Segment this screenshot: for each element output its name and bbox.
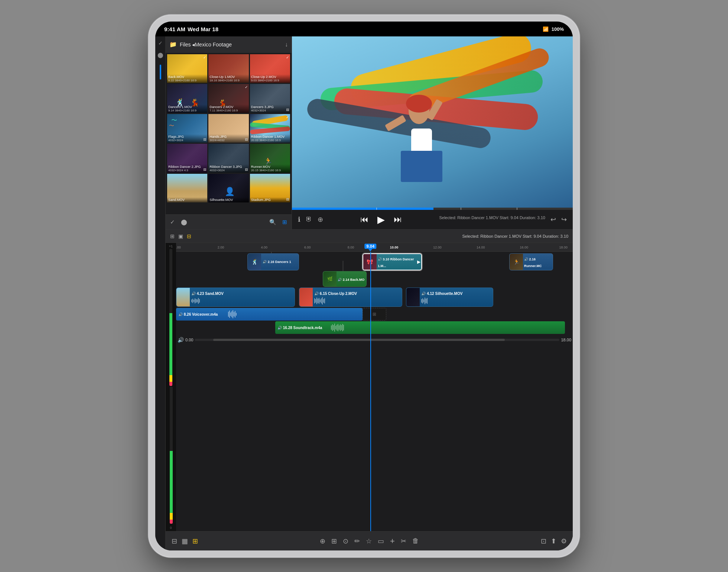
media-item-ribbon1[interactable]: Ribbon Dancer 1.MOV 20.03 3840×2160 16:9… xyxy=(250,114,290,143)
bottom-toolbar-center: ⊕ ⊞ ⊙ ✏ ☆ ▭ + ✂ 🗑 xyxy=(320,536,419,546)
audio-gap: ⊞ xyxy=(363,308,386,321)
download-icon[interactable]: ↓ xyxy=(285,41,288,48)
audio-gap-icon: ⊞ xyxy=(373,312,376,317)
browser-bottom-icons: ✓ ⬤ xyxy=(170,219,187,225)
clip-voiceover[interactable]: 🔊 8.26 Voiceover.m4a xyxy=(176,308,363,321)
info-icon[interactable]: ℹ xyxy=(298,215,300,224)
sidebar-icon-1[interactable]: ✓ xyxy=(157,39,164,47)
back-connector xyxy=(343,261,343,271)
meter-label-zero: 0 xyxy=(170,526,172,530)
skip-forward-icon[interactable]: ⏭ xyxy=(394,215,402,224)
share-icon[interactable]: ⬆ xyxy=(551,537,556,545)
primary-clips: 🔊 4.23 Sand.MOV xyxy=(176,287,573,307)
media-item-dancers1[interactable]: 🕺 💃 Dancers 1.MOV 9.14 3840×2160 16:9 xyxy=(167,84,207,113)
secondary-clips: 🌿 🔊 2.14 Back.MO xyxy=(176,271,573,287)
closeup2-waveform xyxy=(314,297,400,305)
timeline-icon[interactable]: ▦ xyxy=(182,537,188,545)
clip-ribbon-dancer[interactable]: 🎀 🔊 3.10 Ribbon Dancer 1.M... ▶ xyxy=(363,253,422,270)
shield-icon[interactable]: ⛨ xyxy=(306,215,312,224)
link-icon[interactable]: ⊙ xyxy=(343,537,348,545)
soundtrack-clips: 🔊 16.28 Soundtrack.m4a xyxy=(176,321,573,334)
cut-icon[interactable]: ✂ xyxy=(401,537,406,545)
transform-icon[interactable]: ⊕ xyxy=(318,215,323,224)
clip-icon[interactable]: ▣ xyxy=(178,233,183,239)
sand-clip-label: 🔊 4.23 Sand.MOV xyxy=(191,292,224,296)
clip-runner[interactable]: 🏃 🔊 2.16 Runner.MC xyxy=(509,253,553,270)
playhead-line xyxy=(370,252,371,531)
ribbon-connector xyxy=(390,252,391,253)
track-area: 0.00 2.00 4.00 6.00 8.00 10.00 12.00 14.… xyxy=(176,243,573,531)
clip-silhouette[interactable]: 🔊 4.12 Silhouette.MOV xyxy=(406,287,493,307)
clip-dancers[interactable]: 🕺 🔊 2.16 Dancers 1 xyxy=(247,253,299,270)
timeline-scrollbar[interactable] xyxy=(195,339,559,341)
closeup2-clip-info: 🔊 6.15 Close-Up 2.MOV xyxy=(313,289,402,305)
media-item-flags[interactable]: 〜 〜 Flags.JPG 4032×3024 🖼 xyxy=(167,114,207,143)
ruler-18: 18.00 xyxy=(559,246,568,249)
skip-back-icon[interactable]: ⏮ xyxy=(360,215,368,224)
pen-icon[interactable]: ✏ xyxy=(354,537,360,545)
media-item-hands[interactable]: Hands.JPG 3024×4032 🖼 xyxy=(208,114,248,143)
voiceover-track: 🔊 8.26 Voiceover.m4a xyxy=(176,308,573,321)
export-frame-icon[interactable]: ⊡ xyxy=(541,537,546,545)
add-audio-icon[interactable]: ⊞ xyxy=(331,537,337,545)
magic-icon[interactable]: ⊞ xyxy=(192,537,198,545)
voiceover-label: 🔊 8.26 Voiceover.m4a xyxy=(178,312,218,316)
clip-back[interactable]: 🌿 🔊 2.14 Back.MO xyxy=(323,271,366,287)
folder-icon: 📁 xyxy=(169,41,177,48)
volume-icon[interactable]: 🔊 xyxy=(178,337,184,343)
collapse-icon[interactable]: ⊞ xyxy=(170,233,175,239)
settings-icon[interactable]: ⚙ xyxy=(561,537,567,545)
media-item-dancers2[interactable]: 💃 Dancers 2.MOV 7.11 3840×2160 16:9 ✓ xyxy=(208,84,248,113)
browser-search-icon: 🔍 ⊞ xyxy=(269,219,287,225)
timeline-scroll-row: 🔊 0.00 18.00 xyxy=(176,335,573,344)
ruler-14: 14.00 xyxy=(477,246,485,249)
back-clip-info: 🔊 2.14 Back.MO xyxy=(337,275,365,283)
preview-scrubber[interactable] xyxy=(292,208,573,210)
media-item-dancers3[interactable]: Dancers 3.JPG 4032×3024 🖼 xyxy=(250,84,290,113)
checkmark-icon[interactable]: ✓ xyxy=(170,219,175,225)
ruler-12: 12.00 xyxy=(433,246,442,249)
timecode-display: 9.04 xyxy=(365,244,376,249)
meter-label-plus: +1 xyxy=(169,244,173,248)
meter-bar-2 xyxy=(170,387,173,524)
circle-icon[interactable]: ⬤ xyxy=(181,219,187,225)
dancer-figure xyxy=(390,93,442,182)
comment-icon[interactable]: ▭ xyxy=(378,537,384,545)
clip-sand[interactable]: 🔊 4.23 Sand.MOV xyxy=(176,287,295,307)
media-item-sand[interactable]: Sand.MOV xyxy=(167,174,207,202)
search-icon[interactable]: 🔍 xyxy=(269,219,276,225)
ruler-2: 2.00 xyxy=(218,246,224,249)
library-icon[interactable]: ⊟ xyxy=(172,537,177,545)
ruler-4: 4.00 xyxy=(261,246,267,249)
media-item-stadium[interactable]: Stadium.JPG 🖼 xyxy=(250,174,290,202)
media-item-closeup2[interactable]: Close-Up 2.MOV 9.03 3840×2160 16:9 ✓ xyxy=(250,54,290,83)
media-item-ribbon2[interactable]: Ribbon Dancer 2.JPG 4032×3024 4:3 🖼 xyxy=(167,144,207,172)
left-sidebar: ✓ ⬤ xyxy=(155,36,166,550)
media-item-silhouette[interactable]: 👤 Silhouette.MOV xyxy=(208,174,248,202)
ruler-6: 6.00 xyxy=(304,246,311,249)
time: 9:41 AM xyxy=(164,26,185,32)
marker-icon[interactable]: ⊟ xyxy=(187,233,191,239)
undo-icon[interactable]: ↩ xyxy=(550,215,556,224)
redo-icon[interactable]: ↪ xyxy=(561,215,567,224)
sidebar-icon-2[interactable]: ⬤ xyxy=(157,51,164,59)
media-item-runner[interactable]: 🏃 Runner.MOV 20.15 3840×2160 16:9 xyxy=(250,144,290,172)
preview-controls: ℹ ⛨ ⊕ ⏮ ▶ ⏭ Selected: Ribbon Dancer 1.MO… xyxy=(292,210,573,229)
add-clip-icon[interactable]: ⊕ xyxy=(320,537,325,545)
broll-connector xyxy=(271,252,272,253)
ipad-frame: 9:41 AM Wed Mar 18 📶 100% ✓ ⬤ xyxy=(149,15,579,557)
delete-icon[interactable]: 🗑 xyxy=(412,537,419,545)
media-item-back[interactable]: Back.MOV 8.22 3840×2160 16:9 ✓ xyxy=(167,54,207,83)
clip-closeup2[interactable]: 🔊 6.15 Close-Up 2.MOV xyxy=(299,287,402,307)
plus-icon[interactable]: + xyxy=(390,536,395,546)
star-icon[interactable]: ☆ xyxy=(366,537,372,545)
preview-video xyxy=(292,36,573,208)
silhouette-clip-label: 🔊 4.12 Silhouette.MOV xyxy=(421,292,462,296)
clip-soundtrack[interactable]: 🔊 16.28 Soundtrack.m4a xyxy=(275,321,565,334)
top-half: 📁 Files ◂Mexico Footage ↓ Back.MOV 8.22 … xyxy=(166,36,573,230)
play-button[interactable]: ▶ xyxy=(377,214,385,225)
grid-icon[interactable]: ⊞ xyxy=(282,219,287,225)
soundtrack-track: 🔊 16.28 Soundtrack.m4a xyxy=(176,321,573,334)
media-item-ribbon3[interactable]: Ribbon Dancer 3.JPG 4032×3024 🖼 xyxy=(208,144,248,172)
media-item-closeup1[interactable]: Close-Up 1.MOV 18.16 3840×2160 16:9 xyxy=(208,54,248,83)
